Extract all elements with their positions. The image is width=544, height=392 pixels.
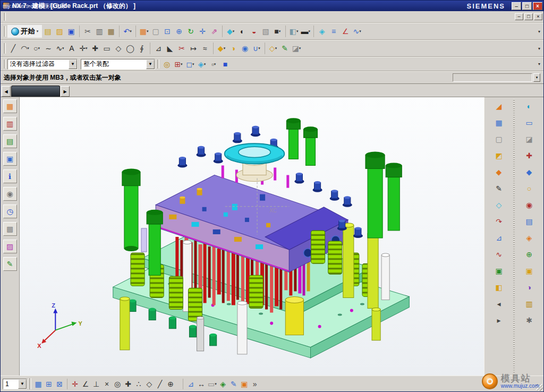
toolbar-grip[interactable] xyxy=(3,26,6,37)
view-tab[interactable] xyxy=(11,86,60,97)
expand-more-icon[interactable]: » xyxy=(250,379,260,389)
menu-item[interactable] xyxy=(45,15,52,19)
maximize-button[interactable]: □ xyxy=(522,2,532,10)
point-icon[interactable]: ✛▾ xyxy=(78,42,89,54)
center-snap-icon[interactable]: ◎ xyxy=(112,379,123,389)
offset-curve-icon[interactable]: ≈ xyxy=(199,42,211,54)
patch-icon[interactable]: ◆ xyxy=(522,165,536,179)
split-body-icon[interactable]: ◈ xyxy=(522,231,536,245)
rotate-view-icon[interactable]: ↻ xyxy=(185,25,197,37)
close-button[interactable]: × xyxy=(533,2,542,10)
interpart-link-icon[interactable]: ◎ xyxy=(161,58,173,70)
polygon-icon[interactable]: ◇ xyxy=(113,42,124,54)
window-resize-grip[interactable] xyxy=(536,384,543,391)
menu-grip[interactable] xyxy=(3,13,6,21)
part-navigator-icon[interactable]: ▤ xyxy=(3,134,17,148)
orient-cube-icon[interactable]: ◈▾ xyxy=(196,58,208,70)
chevron-down-icon[interactable]: ▼ xyxy=(69,59,77,69)
spline-icon[interactable]: ∿▾ xyxy=(54,42,66,54)
perpendicular-snap-icon[interactable]: ⊥ xyxy=(91,379,101,389)
through-curves-icon[interactable]: ▣ xyxy=(492,264,506,278)
mdi-minimize-button[interactable]: – xyxy=(515,13,523,20)
assembly-display-icon[interactable]: ▧ xyxy=(260,25,271,37)
swoop-icon[interactable]: ◇ xyxy=(492,198,506,212)
chevron-down-icon[interactable]: ▼ xyxy=(18,379,27,389)
menu-item[interactable] xyxy=(74,15,82,19)
point-on-edge-snap-icon[interactable]: ╱ xyxy=(155,379,165,389)
status-expand-button[interactable]: ▾ xyxy=(533,73,540,82)
plane-tool-icon[interactable]: ▭▾ xyxy=(207,379,218,389)
menu-item[interactable] xyxy=(67,15,74,19)
sphere-icon[interactable]: ○ xyxy=(522,182,536,195)
angle-snap-icon[interactable]: ∠ xyxy=(80,379,91,389)
toolbar-overflow-button[interactable]: ▾ xyxy=(536,59,542,70)
table-icon[interactable]: ⊞ xyxy=(44,379,54,389)
selection-filter-dropdown[interactable]: 没有选择过滤器 ▼ xyxy=(7,59,78,70)
paste-icon[interactable]: ▦ xyxy=(105,25,117,37)
graphics-window[interactable]: XC Z Y X xyxy=(20,97,484,376)
conic-icon[interactable]: ∼ xyxy=(42,42,54,54)
shaded-view-icon[interactable]: ◆▾ xyxy=(225,25,236,37)
move-object-icon[interactable]: ◈ xyxy=(316,25,328,37)
work-plane-icon[interactable]: ◻▾ xyxy=(184,58,196,70)
offset-surface-icon[interactable]: ◩ xyxy=(492,149,506,163)
tab-scroll-right-button[interactable]: ▶ xyxy=(61,86,70,97)
show-only-icon[interactable]: ■ xyxy=(219,58,231,70)
scope-dropdown[interactable]: 整个装配 ▼ xyxy=(81,59,155,70)
menu-item[interactable] xyxy=(22,15,30,19)
dynamic-input-icon[interactable]: ↔ xyxy=(196,379,207,389)
draft-icon[interactable]: ⊿ xyxy=(492,231,506,245)
intersection-snap-icon[interactable]: × xyxy=(101,379,112,389)
menu-item[interactable] xyxy=(82,15,89,19)
toolbar-grip[interactable] xyxy=(157,59,159,68)
menu-item[interactable] xyxy=(7,15,15,19)
studio-spline-icon[interactable]: ✎ xyxy=(492,182,506,195)
mdi-close-button[interactable]: × xyxy=(534,13,542,20)
trim-curve-icon[interactable]: ✂ xyxy=(176,42,188,54)
menu-item[interactable] xyxy=(30,15,37,19)
menu-item[interactable] xyxy=(60,15,67,19)
constraint-navigator-icon[interactable]: ▥ xyxy=(3,117,17,131)
studio-render-icon[interactable]: ◒ xyxy=(248,25,260,37)
existing-point-snap-icon[interactable]: ✚ xyxy=(123,379,133,389)
thicken-icon[interactable]: ✚ xyxy=(522,149,536,163)
units-icon[interactable]: ▣ xyxy=(239,379,250,389)
measure-icon[interactable]: ∠ xyxy=(339,25,351,37)
four-point-surface-icon[interactable]: ◆ xyxy=(492,165,506,179)
mesh-surface-icon[interactable]: ▦ xyxy=(492,116,506,130)
undo-icon[interactable]: ↶▾ xyxy=(122,25,133,37)
emboss-icon[interactable]: ◉ xyxy=(522,198,536,212)
datum-display-icon[interactable]: ◧▾ xyxy=(288,25,300,37)
toolbar-grip[interactable] xyxy=(3,43,6,54)
rectangle-icon[interactable]: ▭ xyxy=(101,42,113,54)
library-books-icon[interactable]: ▥ xyxy=(522,297,536,311)
perspective-icon[interactable]: ⇗ xyxy=(208,25,220,37)
minimize-button[interactable]: – xyxy=(512,2,521,10)
datum-plane-icon[interactable]: ◇▾ xyxy=(267,42,279,54)
menu-item[interactable] xyxy=(89,15,97,19)
boolean-icon[interactable]: ⊕ xyxy=(522,248,536,261)
reuse-library-icon[interactable]: ▣ xyxy=(3,152,17,166)
toolbar-grip[interactable] xyxy=(3,59,6,68)
face-analysis-icon[interactable]: ◐ xyxy=(236,25,248,37)
toolbar-grip[interactable] xyxy=(29,378,31,389)
point-on-curve-snap-icon[interactable]: ∴ xyxy=(133,379,144,389)
revolve-icon[interactable]: ◑ xyxy=(227,42,239,54)
extend-curve-icon[interactable]: ↦ xyxy=(188,42,199,54)
chamfer-icon[interactable]: ◣ xyxy=(164,42,176,54)
feature-more-icon[interactable]: ◪▾ xyxy=(291,42,302,54)
background-icon[interactable]: ■▾ xyxy=(271,25,283,37)
layer-dropdown[interactable]: 1 ▼ xyxy=(3,379,27,389)
menu-item[interactable] xyxy=(15,15,22,19)
scroll-right-icon[interactable]: ▸ xyxy=(492,313,506,327)
curve-mesh-icon[interactable]: ∿ xyxy=(492,248,506,261)
zoom-icon[interactable]: ⊕ xyxy=(173,25,185,37)
new-file-icon[interactable]: ▤ xyxy=(42,25,54,37)
mirror-feature-icon[interactable]: ◑ xyxy=(522,280,536,294)
bounded-plane-icon[interactable]: ▢ xyxy=(492,132,506,146)
line-icon[interactable]: ╱ xyxy=(7,42,19,54)
extrude-icon[interactable]: ◆▾ xyxy=(216,42,227,54)
manufacturing-wizard-icon[interactable]: ▨ xyxy=(3,240,17,253)
shell-icon[interactable]: ◪ xyxy=(522,132,536,146)
measure-distance-icon[interactable]: ⊿ xyxy=(185,379,196,389)
